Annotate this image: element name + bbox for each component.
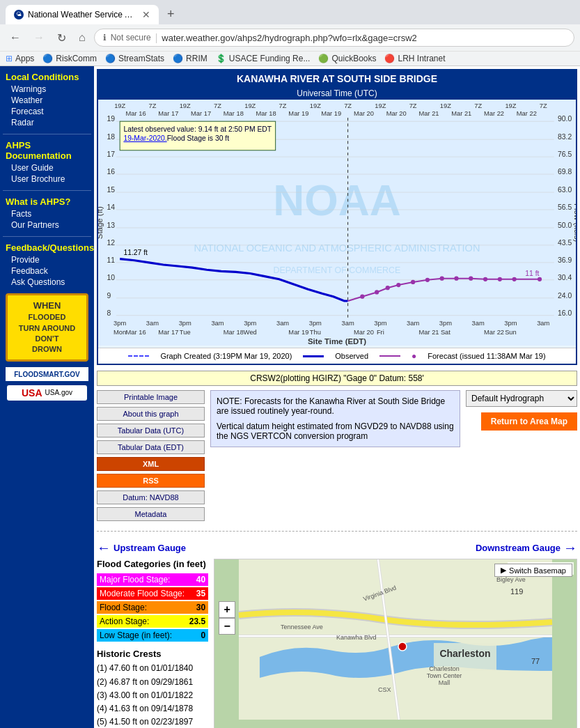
forward-button[interactable]: → [29,30,49,45]
svg-text:Sun: Sun [505,329,517,336]
svg-text:90.0: 90.0 [558,115,572,123]
apps-grid-icon: ⊞ [6,54,13,63]
bottom-section: Flood Categories (in feet) Major Flood S… [97,559,577,728]
svg-text:7Z: 7Z [279,102,287,109]
flood-cat-major: Major Flood Stage: 40 [97,573,208,586]
sidebar-radar-link[interactable]: Radar [3,117,91,128]
rss-button[interactable]: RSS [97,474,205,488]
apps-label: Apps [15,54,34,63]
svg-text:Stage (ft): Stage (ft) [98,206,104,239]
sidebar-facts-link[interactable]: Facts [3,208,91,219]
svg-text:10: 10 [107,274,115,281]
svg-text:11 ft: 11 ft [525,270,539,277]
bookmark-lrh[interactable]: 🔴 LRH Intranet [384,54,445,63]
svg-text:8: 8 [107,309,111,317]
svg-point-80 [483,277,487,281]
svg-text:3am: 3am [211,320,224,327]
sidebar-local-conditions-heading[interactable]: Local Conditions [3,70,91,84]
sidebar-ahps-heading[interactable]: AHPS Documentation [3,139,91,162]
svg-text:Charleston: Charleston [439,648,490,659]
floodsmart-logo[interactable]: FLOODSMART.GOV [6,367,88,381]
chart-subtitle: Universal Time (UTC) [98,87,576,100]
svg-text:Mar 20: Mar 20 [354,329,374,336]
map-area[interactable]: Zoom Level: 14 ▶ Switch Basemap + − [214,559,577,728]
svg-text:76.5: 76.5 [558,150,572,158]
return-to-area-map-button[interactable]: Return to Area Map [481,412,577,431]
svg-text:3am: 3am [472,320,485,327]
tabular-edt-button[interactable]: Tabular Data (EDT) [97,440,205,454]
svg-point-73 [386,286,390,290]
sidebar-provide-link[interactable]: Provide [3,254,91,265]
url-text[interactable]: water.weather.gov/ahps2/hydrograph.php?w… [162,33,565,43]
home-button[interactable]: ⌂ [75,30,90,45]
bookmark-streamstats[interactable]: 🔵 StreamStats [105,54,164,63]
metadata-button[interactable]: Metadata [97,507,205,521]
xml-button[interactable]: XML [97,457,205,471]
sidebar-weather-link[interactable]: Weather [3,95,91,106]
svg-text:Mar 20: Mar 20 [386,110,407,117]
sidebar-forecast-link[interactable]: Forecast [3,106,91,117]
svg-point-74 [396,283,400,287]
datum-button[interactable]: Datum: NAVD88 [97,490,205,504]
sidebar-warnings-link[interactable]: Warnings [3,84,91,95]
svg-text:Charleston: Charleston [429,665,460,672]
address-bar[interactable]: ℹ Not secure | water.weather.gov/ahps2/h… [94,29,574,47]
svg-text:19: 19 [107,115,115,123]
new-tab-button[interactable]: + [162,4,180,24]
sidebar-ask-questions-link[interactable]: Ask Questions [3,277,91,288]
riskcomm-icon: 🔵 [42,54,53,63]
rrim-icon: 🔵 [173,54,183,63]
rrim-label: RRIM [186,54,207,63]
svg-text:18: 18 [107,133,115,141]
svg-text:50.0: 50.0 [558,222,572,229]
historic-crests: Historic Crests (1) 47.60 ft on 01/01/18… [97,649,208,728]
sidebar-user-brochure-link[interactable]: User Brochure [3,173,91,185]
svg-text:Mar 21: Mar 21 [418,110,439,117]
svg-text:Mar 21: Mar 21 [418,329,439,336]
svg-text:7Z: 7Z [149,102,157,109]
tab-close-button[interactable]: ✕ [142,9,150,20]
active-tab[interactable]: 🌤 National Weather Service Advanc... ✕ [6,5,159,24]
usagov-box: USA USA.gov [7,385,87,401]
zoom-controls: + − [219,580,235,635]
usace-label: USACE Funding Re... [229,54,311,63]
sidebar-partners-link[interactable]: Our Partners [3,219,91,231]
svg-text:11: 11 [107,256,115,264]
tabular-utc-button[interactable]: Tabular Data (UTC) [97,424,205,437]
upstream-gauge-link[interactable]: ← Upstream Gauge [97,540,186,556]
about-graph-button[interactable]: About this graph [97,407,205,421]
switch-basemap-button[interactable]: ▶ Switch Basemap [494,564,572,577]
usa-label: USA [22,387,42,398]
sidebar-feedback-heading[interactable]: Feedback/Questions [3,241,91,254]
svg-point-78 [454,277,458,281]
back-button[interactable]: ← [6,30,25,45]
bookmark-apps[interactable]: ⊞ Apps [6,54,34,63]
printable-image-button[interactable]: Printable Image [97,390,205,404]
bookmark-rrim[interactable]: 🔵 RRIM [173,54,207,63]
bookmark-riskcomm[interactable]: 🔵 RiskComm [42,54,97,63]
streamstats-label: StreamStats [118,54,164,63]
zoom-out-button[interactable]: − [219,618,235,635]
sidebar-what-is-ahps-heading[interactable]: What is AHPS? [3,195,91,208]
historic-item-5: (5) 41.50 ft on 02/23/1897 [97,715,208,728]
bookmark-usace[interactable]: 💲 USACE Funding Re... [216,54,311,63]
usagov-logo[interactable]: USA USA.gov [6,385,88,401]
major-value: 40 [185,575,205,584]
svg-text:Mar 22: Mar 22 [517,110,537,117]
svg-text:7Z: 7Z [214,102,221,109]
floodsmart-label: FLOODSMART.GOV [14,371,79,378]
svg-text:Sat: Sat [441,329,450,336]
chart-legend: Graph Created (3:19PM Mar 19, 2020) Obse… [98,348,576,364]
bookmark-quickbooks[interactable]: 🟢 QuickBooks [318,54,376,63]
lrh-icon: 🔴 [384,54,395,63]
gauge-datum-text: CRSW2(plotting HGIRZ) "Gage 0" Datum: 55… [250,373,424,383]
sidebar-feedback-link[interactable]: Feedback [3,265,91,277]
sidebar-user-guide-link[interactable]: User Guide [3,162,91,173]
zoom-in-button[interactable]: + [219,601,235,618]
hydrograph-dropdown[interactable]: Default Hydrograph Maximum Observed/Fore… [466,390,577,407]
downstream-gauge-link[interactable]: Downstream Gauge → [476,540,577,556]
svg-text:Mar 17: Mar 17 [158,110,178,117]
svg-text:119: 119 [510,587,523,596]
reload-button[interactable]: ↻ [53,30,70,46]
svg-text:3am: 3am [407,320,419,327]
